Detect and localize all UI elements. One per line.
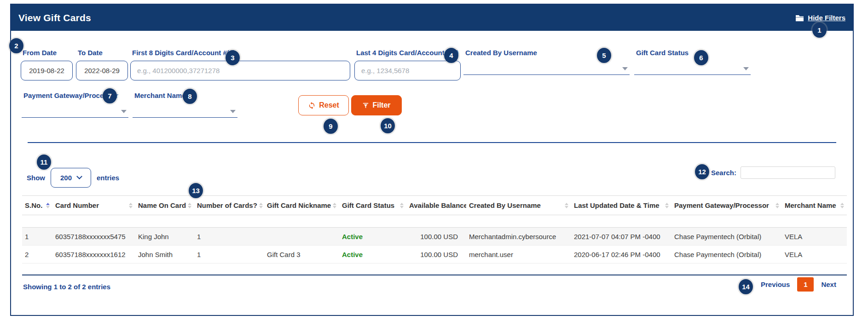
annotation-badge-2: 2 [9, 38, 23, 53]
sort-icon [46, 203, 50, 208]
table-row[interactable]: 260357188xxxxxxx1612John Smith1Gift Card… [22, 246, 847, 263]
column-header[interactable]: S.No. [22, 196, 52, 215]
view-gift-cards-panel: View Gift Cards Hide Filters From Date T… [10, 4, 854, 316]
reset-button-label: Reset [319, 101, 339, 109]
column-header-label: S.No. [25, 201, 42, 209]
column-header-label: Merchant Name [785, 201, 836, 209]
showing-entries-text: Showing 1 to 2 of 2 entries [23, 283, 110, 291]
filter-button-label: Filter [372, 101, 390, 109]
current-page-button[interactable]: 1 [797, 277, 814, 292]
merchant-name-select[interactable] [133, 103, 237, 118]
table-cell: King John [135, 228, 194, 246]
chevron-down-icon [743, 67, 749, 70]
column-header[interactable]: Merchant Name [782, 196, 847, 215]
annotation-badge-6: 6 [694, 50, 708, 65]
table-cell: Active [339, 246, 406, 263]
column-header-label: Number of Cards? [197, 201, 257, 209]
table-cell [264, 228, 339, 246]
next-page-button[interactable]: Next [821, 280, 836, 288]
column-header[interactable]: Created By Username [466, 196, 571, 215]
column-header[interactable]: Number of Cards? [194, 196, 264, 215]
sort-icon [259, 203, 263, 208]
table-cell: VELA [782, 228, 847, 246]
status-badge: Active [342, 251, 363, 258]
column-header[interactable]: Name On Card [135, 196, 194, 215]
sort-icon [333, 203, 336, 208]
funnel-icon [362, 102, 369, 109]
table-spacer-row [22, 215, 847, 228]
annotation-badge-14: 14 [739, 279, 753, 294]
table-cell: Chase Paymentech (Orbital) [671, 228, 782, 246]
gift-cards-table: S.No.Card NumberName On CardNumber of Ca… [22, 195, 847, 263]
page-size-select[interactable]: 200 [51, 168, 91, 188]
entries-label: entries [97, 174, 119, 182]
table-cell: Gift Card 3 [264, 246, 339, 263]
table-bottom-border [22, 275, 847, 275]
column-header-label: Payment Gateway/Processor [674, 201, 769, 209]
sort-icon [565, 203, 568, 208]
table-header: S.No.Card NumberName On CardNumber of Ca… [22, 196, 847, 215]
page-size-value: 200 [60, 174, 72, 182]
pagination: Previous 1 Next [761, 277, 836, 292]
chevron-down-icon [121, 110, 127, 113]
hide-filters-button[interactable]: Hide Filters [795, 14, 845, 22]
from-date-input[interactable] [21, 61, 73, 80]
previous-page-button[interactable]: Previous [761, 280, 790, 288]
annotation-badge-13: 13 [189, 183, 203, 198]
sort-icon [840, 203, 844, 208]
table-cell: 2 [22, 246, 52, 263]
column-header[interactable]: Card Number [52, 196, 135, 215]
show-label: Show [27, 174, 45, 182]
column-header[interactable]: Available Balance [406, 196, 466, 215]
column-header[interactable]: Gift Card Status [339, 196, 406, 215]
column-header[interactable]: Last Updated Date & Time [571, 196, 671, 215]
first8-digits-input[interactable] [130, 61, 350, 80]
column-header[interactable]: Payment Gateway/Processor [671, 196, 782, 215]
table-cell: 100.00 USD [406, 228, 466, 246]
to-date-input[interactable] [76, 61, 128, 80]
annotation-badge-7: 7 [103, 88, 117, 103]
sort-icon [400, 203, 404, 208]
payment-gateway-select[interactable] [22, 103, 128, 118]
search-input[interactable] [741, 166, 835, 179]
annotation-badge-12: 12 [695, 164, 709, 179]
annotation-badge-11: 11 [37, 155, 51, 170]
filter-button[interactable]: Filter [351, 95, 402, 115]
filters-divider [28, 142, 836, 143]
column-header-label: Last Updated Date & Time [574, 201, 660, 209]
column-header-label: Gift Card Nickname [267, 201, 331, 209]
annotation-badge-3: 3 [226, 50, 240, 65]
table-body: 160357188xxxxxxx5475King John1Active100.… [22, 215, 847, 263]
column-header[interactable]: Gift Card Nickname [264, 196, 339, 215]
reset-button[interactable]: Reset [298, 95, 349, 115]
annotation-badge-8: 8 [183, 89, 197, 104]
sort-icon [775, 203, 779, 208]
table-cell: John Smith [135, 246, 194, 263]
from-date-label: From Date [23, 49, 73, 57]
table-cell: Chase Paymentech (Orbital) [671, 246, 782, 263]
column-header-label: Card Number [55, 201, 99, 209]
column-header-label: Created By Username [469, 201, 541, 209]
annotation-badge-10: 10 [381, 118, 395, 133]
sort-icon [129, 203, 133, 208]
table-cell: 60357188xxxxxxx1612 [52, 246, 135, 263]
column-header-label: Available Balance [409, 201, 466, 209]
refresh-icon [308, 102, 316, 109]
last4-digits-input[interactable] [354, 61, 461, 80]
table-row[interactable]: 160357188xxxxxxx5475King John1Active100.… [22, 228, 847, 246]
search-label: Search: [711, 169, 736, 177]
gift-card-status-select[interactable] [634, 61, 751, 75]
hide-filters-label: Hide Filters [808, 14, 845, 22]
table-cell: 2020-06-17 02:46 PM -0400 [571, 246, 671, 263]
annotation-badge-4: 4 [444, 48, 458, 63]
chevron-down-icon [622, 67, 628, 70]
annotation-badge-5: 5 [597, 48, 611, 63]
table-cell: Active [339, 228, 406, 246]
table-cell: VELA [782, 246, 847, 263]
table-cell: 1 [22, 228, 52, 246]
chevron-down-icon [76, 173, 82, 179]
chevron-down-icon [230, 110, 236, 113]
table-cell: 2021-07-07 04:07 PM -0400 [571, 228, 671, 246]
folder-icon [795, 14, 804, 22]
first8-digits-label: First 8 Digits Card/Account #(s) [132, 49, 350, 57]
